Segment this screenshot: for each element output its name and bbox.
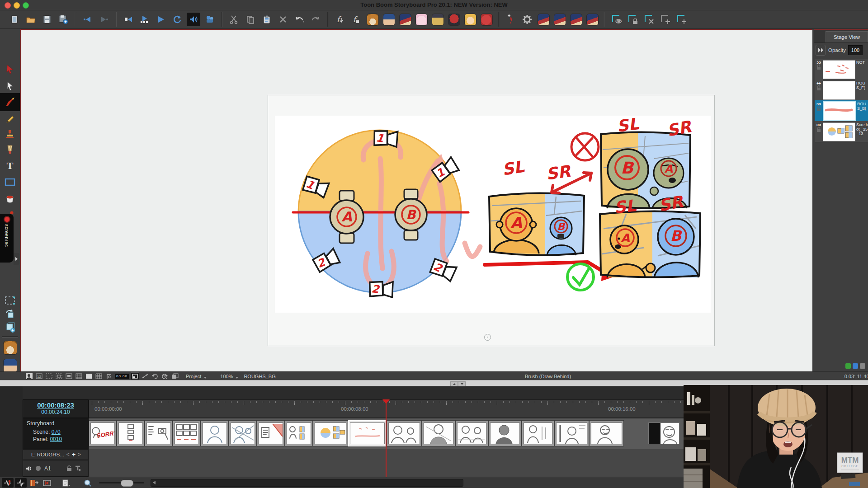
panel-thumbnail[interactable] — [201, 420, 229, 446]
layer-lock-icon[interactable] — [816, 65, 821, 70]
yoshi-icon[interactable] — [480, 13, 493, 26]
layer-lock-icon[interactable] — [816, 106, 821, 111]
open-project-button[interactable] — [24, 13, 38, 26]
timeline-horizontal-scrollbar[interactable] — [151, 479, 463, 487]
timeline-zoom-slider[interactable] — [99, 482, 144, 483]
panel-thumbnail[interactable] — [554, 420, 589, 446]
current-frame-display-button[interactable] — [131, 373, 139, 380]
import-audio-button[interactable] — [28, 478, 40, 488]
layer-row-notes[interactable]: ɔɔ NOT — [815, 59, 868, 80]
collapse-panel-button[interactable] — [816, 45, 826, 56]
panel-thumbnail[interactable] — [422, 420, 455, 446]
speaker-icon[interactable] — [26, 465, 33, 472]
captain-falcon-icon[interactable] — [447, 13, 461, 26]
add-brush-button[interactable] — [504, 13, 518, 26]
copy-button[interactable] — [244, 13, 257, 26]
next-layer-button[interactable]: > — [78, 451, 81, 458]
playhead-line[interactable] — [386, 399, 387, 477]
layer-row-screenshot[interactable]: ɔɔ Scre hot_ 25- 13 — [815, 121, 868, 142]
save-all-button[interactable] — [57, 13, 70, 26]
create-function-icon[interactable]: f — [333, 13, 347, 26]
panel-thumbnail[interactable] — [387, 420, 422, 446]
panel-thumbnail[interactable] — [145, 420, 173, 446]
panel-thumbnail[interactable] — [589, 420, 624, 446]
delete-layer-button[interactable] — [642, 13, 656, 26]
delete-button[interactable] — [276, 13, 290, 26]
add-panel-tool[interactable] — [3, 321, 17, 334]
zoom-slider-thumb[interactable] — [121, 480, 133, 487]
save-button[interactable] — [40, 13, 54, 26]
layer-thumbnail[interactable] — [823, 122, 855, 141]
falco-icon[interactable] — [585, 13, 599, 26]
select-tool[interactable] — [3, 80, 17, 93]
fox-icon[interactable] — [366, 13, 379, 26]
panel-thumbnail[interactable] — [522, 420, 554, 446]
sound-toggle-button[interactable] — [187, 13, 200, 26]
layer-visibility-icon[interactable]: ɔɔ — [816, 122, 821, 127]
onion-skin-icon[interactable] — [141, 373, 149, 380]
stage-canvas[interactable]: A B 1 1 1 2 — [20, 29, 812, 371]
frame-select-tool[interactable] — [3, 294, 17, 307]
opacity-input[interactable]: 100 — [848, 45, 863, 55]
falco-icon[interactable] — [398, 13, 412, 26]
panel-thumbnail[interactable] — [229, 420, 257, 446]
play-button[interactable] — [154, 13, 168, 26]
peach-icon[interactable] — [463, 13, 477, 26]
add-layer-button[interactable] — [659, 13, 672, 26]
expand-panel-chevron[interactable] — [14, 253, 19, 265]
marth-icon[interactable] — [3, 359, 17, 372]
play-selection-button[interactable] — [138, 13, 151, 26]
settings-gear-icon[interactable] — [520, 13, 534, 26]
panel-thumbnail[interactable] — [455, 420, 488, 446]
audio-tool-icon[interactable] — [75, 465, 81, 471]
redo-button[interactable] — [309, 13, 322, 26]
record-audio-icon[interactable] — [36, 466, 41, 471]
grid-icon[interactable] — [95, 373, 103, 380]
panel-thumbnail[interactable] — [285, 420, 313, 446]
panel-thumbnail[interactable] — [257, 420, 285, 446]
show-hide-layer-button[interactable]: 👁 — [610, 13, 623, 26]
loop-button[interactable] — [170, 13, 184, 26]
paint-bucket-tool[interactable] — [3, 192, 17, 205]
next-frame-button[interactable] — [97, 13, 111, 26]
thumbnail-view-icon[interactable] — [25, 373, 33, 380]
panel-thumbnail-selected[interactable] — [348, 420, 387, 446]
sheik-icon[interactable] — [431, 13, 444, 26]
add-layer-button[interactable]: + — [72, 451, 75, 458]
transform-tool[interactable] — [3, 62, 17, 76]
stamp-tool[interactable] — [3, 127, 17, 141]
project-scope-dropdown[interactable]: Project — [186, 374, 201, 379]
field-grid-icon[interactable] — [75, 373, 83, 380]
layer-thumbnail[interactable] — [823, 60, 855, 79]
cut-button[interactable] — [227, 13, 241, 26]
layer-thumbnail[interactable] — [823, 81, 855, 100]
drawing-surface[interactable]: A B 1 1 1 2 — [275, 116, 711, 313]
marth-icon[interactable] — [382, 13, 396, 26]
layer-row-roughs-fg[interactable]: ◆◆ ROU S_F( — [815, 80, 868, 101]
scene-number-link[interactable]: 070 — [52, 429, 61, 435]
fox-icon[interactable] — [3, 341, 17, 354]
brush-tool[interactable] — [0, 93, 20, 111]
layer-visibility-icon[interactable]: ◆◆ — [816, 81, 821, 85]
camera-label-icon[interactable] — [105, 373, 113, 380]
falco-icon[interactable] — [553, 13, 566, 26]
rotate-cw-icon[interactable] — [161, 373, 169, 380]
artboard-page[interactable]: A B 1 1 1 2 — [268, 95, 715, 346]
camera-frame-icon[interactable]: 12 — [35, 373, 43, 380]
add-layer-alt-button[interactable] — [675, 13, 689, 26]
jump-to-start-button[interactable] — [122, 13, 135, 26]
panel-number-link[interactable]: 0010 — [50, 436, 62, 442]
title-safe-icon[interactable] — [55, 373, 63, 380]
undo-button[interactable] — [292, 13, 306, 26]
lock-layer-button[interactable] — [626, 13, 640, 26]
layer-visibility-icon[interactable]: ɔɔ — [816, 102, 821, 106]
stage-view-tab[interactable]: Stage View — [826, 31, 868, 42]
show-waveform-button[interactable] — [2, 478, 14, 488]
panel-thumbnail[interactable] — [117, 420, 145, 446]
delete-layer-icon[interactable] — [860, 363, 865, 369]
falco-icon[interactable] — [569, 13, 583, 26]
rotate-view-tool[interactable] — [3, 307, 17, 321]
pencil-tool[interactable] — [3, 113, 17, 127]
panel-thumbnail[interactable] — [646, 420, 681, 446]
current-timecode[interactable]: 00:00:08:23 — [23, 401, 88, 409]
